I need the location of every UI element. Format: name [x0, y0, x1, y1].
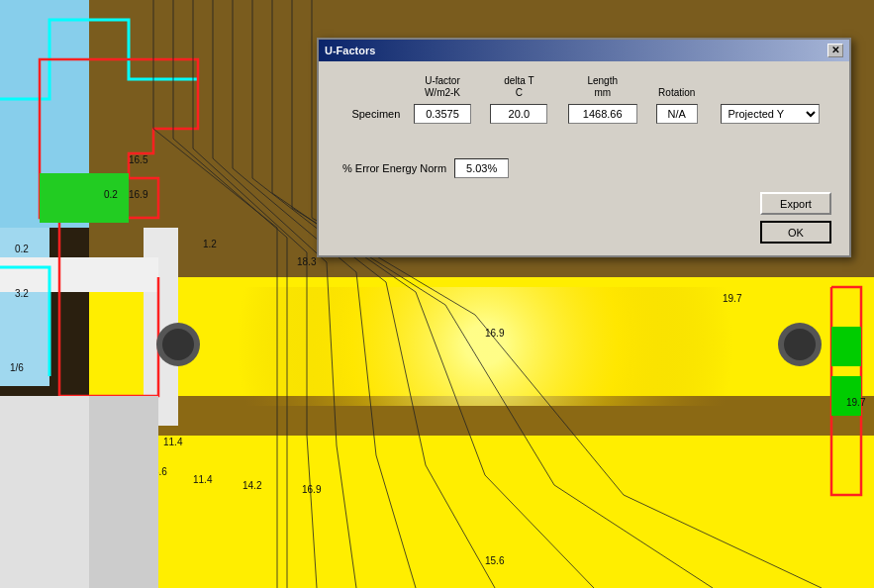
rotation-na-input[interactable]: [656, 104, 698, 124]
rotation-select[interactable]: Projected Y Projected X Actual: [721, 104, 820, 124]
data-table: U-factor W/m2-K delta T C Length mm: [335, 73, 833, 127]
dialog-title: U-Factors: [325, 45, 375, 56]
length-input[interactable]: [568, 104, 637, 124]
error-section: % Error Energy Norm: [335, 158, 833, 178]
ufactor-input[interactable]: [414, 104, 471, 124]
ok-button[interactable]: OK: [760, 221, 831, 244]
specimen-label: Specimen: [335, 101, 404, 127]
rotation-column-header: Rotation: [647, 73, 706, 101]
dialog-body: U-factor W/m2-K delta T C Length mm: [319, 61, 849, 255]
length-column-header: Length mm: [557, 73, 647, 101]
ufactors-dialog: U-Factors ✕ U-factor W/m2-K: [317, 38, 851, 257]
close-button[interactable]: ✕: [827, 44, 843, 57]
error-value-input[interactable]: [454, 158, 509, 178]
error-label: % Error Energy Norm: [342, 162, 446, 174]
specimen-row: Specimen: [335, 101, 833, 127]
ufactor-column-header: U-factor W/m2-K: [404, 73, 480, 101]
delta-t-column-header: delta T C: [481, 73, 557, 101]
export-button[interactable]: Export: [760, 192, 831, 215]
delta-t-input[interactable]: [490, 104, 547, 124]
dialog-titlebar: U-Factors ✕: [319, 40, 849, 61]
